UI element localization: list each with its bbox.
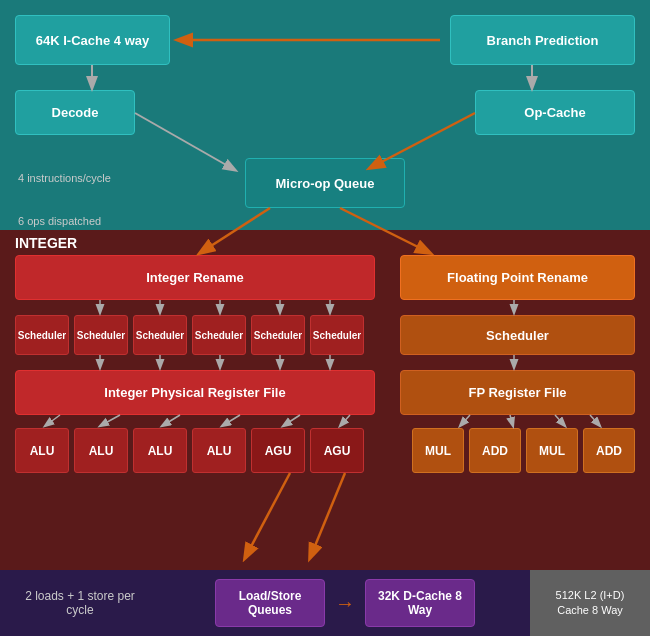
fp-mul-1: MUL — [412, 428, 464, 473]
alu-2: ALU — [74, 428, 128, 473]
int-reg-box: Integer Physical Register File — [15, 370, 375, 415]
alu-3: ALU — [133, 428, 187, 473]
fp-reg-box: FP Register File — [400, 370, 635, 415]
agu-1: AGU — [251, 428, 305, 473]
schedulers-row: Scheduler Scheduler Scheduler Scheduler … — [15, 315, 364, 355]
int-rename-box: Integer Rename — [15, 255, 375, 300]
scheduler-2: Scheduler — [74, 315, 128, 355]
integer-label: INTEGER — [15, 235, 77, 251]
fp-exec-row: MUL ADD MUL ADD — [412, 428, 635, 473]
microop-box: Micro-op Queue — [245, 158, 405, 208]
loads-stores-label: 2 loads + 1 store per cycle — [10, 589, 150, 617]
scheduler-6: Scheduler — [310, 315, 364, 355]
bottom-section: 2 loads + 1 store per cycle Load/Store Q… — [0, 570, 650, 636]
scheduler-1: Scheduler — [15, 315, 69, 355]
label-6ops: 6 ops dispatched — [18, 215, 101, 227]
scheduler-5: Scheduler — [251, 315, 305, 355]
opcache-box: Op-Cache — [475, 90, 635, 135]
alu-row: ALU ALU ALU ALU AGU AGU — [15, 428, 364, 473]
decode-box: Decode — [15, 90, 135, 135]
agu-2: AGU — [310, 428, 364, 473]
bottom-middle: Load/Store Queues → 32K D-Cache 8 Way — [160, 570, 530, 636]
label-4inst: 4 instructions/cycle — [18, 172, 111, 184]
cpu-diagram: 64K I-Cache 4 way Branch Prediction Deco… — [0, 0, 650, 636]
fp-mul-2: MUL — [526, 428, 578, 473]
fp-add-2: ADD — [583, 428, 635, 473]
branch-box: Branch Prediction — [450, 15, 635, 65]
top-section: 64K I-Cache 4 way Branch Prediction Deco… — [0, 0, 650, 230]
fp-sched-box: Scheduler — [400, 315, 635, 355]
scheduler-3: Scheduler — [133, 315, 187, 355]
dcache-box: 32K D-Cache 8 Way — [365, 579, 475, 627]
alu-1: ALU — [15, 428, 69, 473]
l2-cache-label: 512K L2 (I+D) Cache 8 Way — [540, 588, 640, 619]
scheduler-4: Scheduler — [192, 315, 246, 355]
fp-rename-box: Floating Point Rename — [400, 255, 635, 300]
alu-4: ALU — [192, 428, 246, 473]
bottom-right: 512K L2 (I+D) Cache 8 Way — [530, 570, 650, 636]
icache-box: 64K I-Cache 4 way — [15, 15, 170, 65]
bottom-left: 2 loads + 1 store per cycle — [0, 570, 160, 636]
arrow-icon: → — [335, 592, 355, 615]
fp-add-1: ADD — [469, 428, 521, 473]
loadstore-box: Load/Store Queues — [215, 579, 325, 627]
